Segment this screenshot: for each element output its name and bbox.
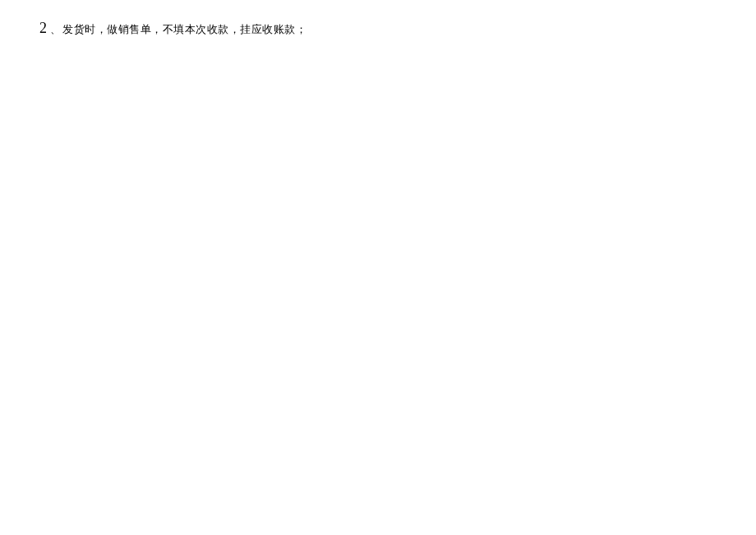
instruction-line: 2 、 发货时，做销售单，不填本次收款，挂应收账款； (39, 20, 307, 37)
item-number: 2 (39, 20, 47, 37)
separator: 、 (50, 22, 61, 37)
item-text: 发货时，做销售单，不填本次收款，挂应收账款； (62, 22, 307, 37)
